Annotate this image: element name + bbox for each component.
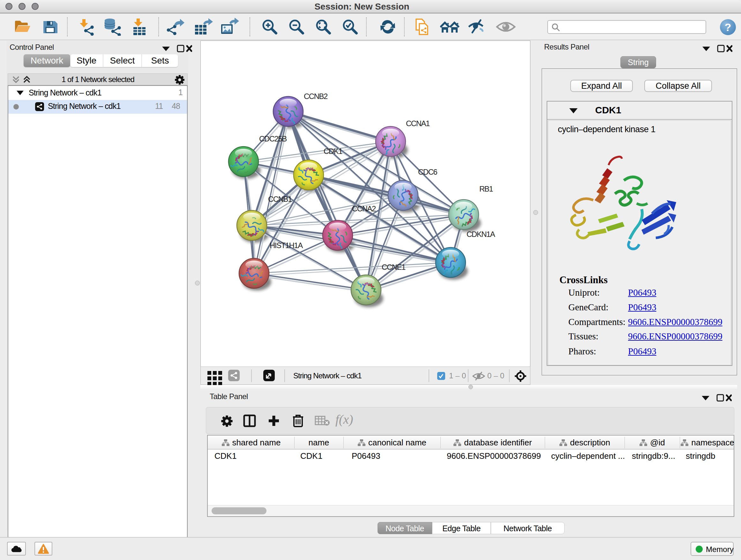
svg-text:RB1: RB1 [479, 185, 493, 193]
svg-text:CCNA1: CCNA1 [406, 119, 430, 128]
svg-text:CDKN1A: CDKN1A [467, 230, 495, 239]
svg-text:CCNA2: CCNA2 [352, 204, 376, 213]
svg-text:CCNB2: CCNB2 [304, 92, 328, 101]
svg-text:CCNB1: CCNB1 [268, 195, 292, 203]
svg-text:CDC6: CDC6 [418, 168, 437, 176]
svg-text:CDC25B: CDC25B [259, 134, 286, 143]
svg-text:CCNE1: CCNE1 [382, 263, 406, 271]
svg-text:HIST1H1A: HIST1H1A [270, 241, 303, 250]
svg-text:CDK1: CDK1 [324, 147, 342, 155]
